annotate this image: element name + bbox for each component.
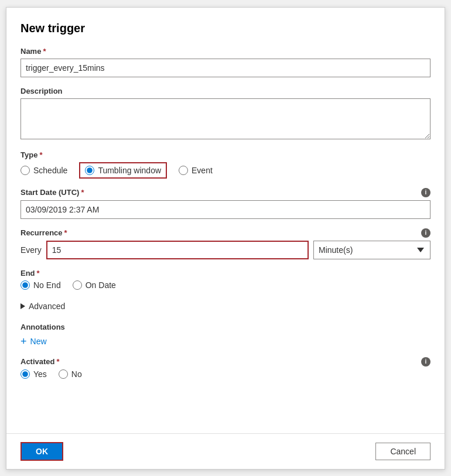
end-required: * — [37, 269, 40, 278]
advanced-toggle[interactable]: Advanced — [20, 299, 430, 313]
new-annotation-label: New — [30, 337, 47, 346]
name-required: * — [43, 47, 46, 56]
plus-icon: + — [20, 336, 27, 347]
type-tumbling-option[interactable]: Tumbling window — [79, 162, 167, 179]
description-label: Description — [20, 87, 430, 95]
start-date-field-group: Start Date (UTC) * i — [20, 188, 430, 219]
every-label: Every — [20, 245, 42, 255]
activated-yes-radio[interactable] — [20, 369, 30, 379]
recurrence-label-row: Recurrence * i — [20, 228, 430, 238]
type-event-option[interactable]: Event — [179, 166, 213, 175]
annotations-section: Annotations + New — [20, 323, 430, 348]
end-on-date-label: On Date — [86, 280, 116, 290]
activated-required: * — [57, 357, 60, 366]
end-no-end-option[interactable]: No End — [20, 280, 61, 290]
type-radio-group: Schedule Tumbling window Event — [20, 162, 430, 179]
advanced-triangle-icon — [20, 303, 25, 309]
recurrence-label: Recurrence * — [20, 228, 67, 237]
type-field-group: Type * Schedule Tumbling window Event — [20, 150, 430, 179]
type-tumbling-radio[interactable] — [85, 166, 94, 175]
ok-button[interactable]: OK — [20, 442, 63, 461]
end-label: End * — [20, 269, 430, 278]
start-date-label-row: Start Date (UTC) * i — [20, 188, 430, 197]
description-input[interactable] — [20, 98, 430, 139]
type-required: * — [39, 150, 42, 159]
activated-info-icon[interactable]: i — [421, 357, 430, 367]
activated-label: Activated * — [20, 357, 60, 366]
activated-no-label: No — [71, 369, 82, 379]
activated-yes-label: Yes — [33, 369, 47, 379]
dialog-body: New trigger Name * Description Type * Sc — [6, 8, 445, 433]
recurrence-required: * — [64, 228, 67, 237]
start-date-input[interactable] — [20, 200, 430, 219]
type-schedule-radio[interactable] — [20, 166, 30, 175]
recurrence-unit-select[interactable]: Minute(s) Hour(s) Day(s) Week(s) Month(s… — [313, 241, 430, 259]
end-on-date-radio[interactable] — [73, 280, 82, 290]
advanced-section: Advanced — [20, 299, 430, 313]
name-input[interactable] — [20, 59, 430, 77]
dialog-title: New trigger — [20, 22, 430, 35]
activated-label-row: Activated * i — [20, 357, 430, 367]
recurrence-field-group: Recurrence * i Every Minute(s) Hour(s) D… — [20, 228, 430, 259]
end-field-group: End * No End On Date — [20, 269, 430, 290]
type-event-label: Event — [192, 166, 213, 175]
cancel-button[interactable]: Cancel — [375, 443, 430, 460]
description-field-group: Description — [20, 87, 430, 141]
type-event-radio[interactable] — [179, 166, 188, 175]
name-label: Name * — [20, 47, 430, 56]
start-date-info-icon[interactable]: i — [421, 188, 430, 197]
recurrence-value-input[interactable] — [46, 241, 309, 259]
start-date-required: * — [81, 188, 84, 197]
end-on-date-option[interactable]: On Date — [73, 280, 116, 290]
end-radio-group: No End On Date — [20, 280, 430, 290]
type-schedule-label: Schedule — [33, 166, 67, 175]
new-trigger-dialog: New trigger Name * Description Type * Sc — [6, 7, 445, 470]
type-schedule-option[interactable]: Schedule — [20, 166, 67, 175]
new-annotation-button[interactable]: + New — [20, 335, 47, 348]
type-tumbling-label: Tumbling window — [98, 166, 161, 175]
activated-yes-option[interactable]: Yes — [20, 369, 47, 379]
recurrence-info-icon[interactable]: i — [421, 228, 430, 238]
end-no-end-label: No End — [33, 280, 61, 290]
activated-radio-group: Yes No — [20, 369, 430, 379]
activated-section: Activated * i Yes No — [20, 357, 430, 379]
recurrence-row: Every Minute(s) Hour(s) Day(s) Week(s) M… — [20, 241, 430, 259]
activated-no-option[interactable]: No — [59, 369, 82, 379]
end-no-end-radio[interactable] — [20, 280, 30, 290]
type-label: Type * — [20, 150, 430, 159]
advanced-label: Advanced — [29, 302, 65, 311]
name-field-group: Name * — [20, 47, 430, 77]
activated-no-radio[interactable] — [59, 369, 68, 379]
annotations-title: Annotations — [20, 323, 430, 331]
start-date-label: Start Date (UTC) * — [20, 188, 84, 197]
dialog-footer: OK Cancel — [6, 433, 445, 469]
